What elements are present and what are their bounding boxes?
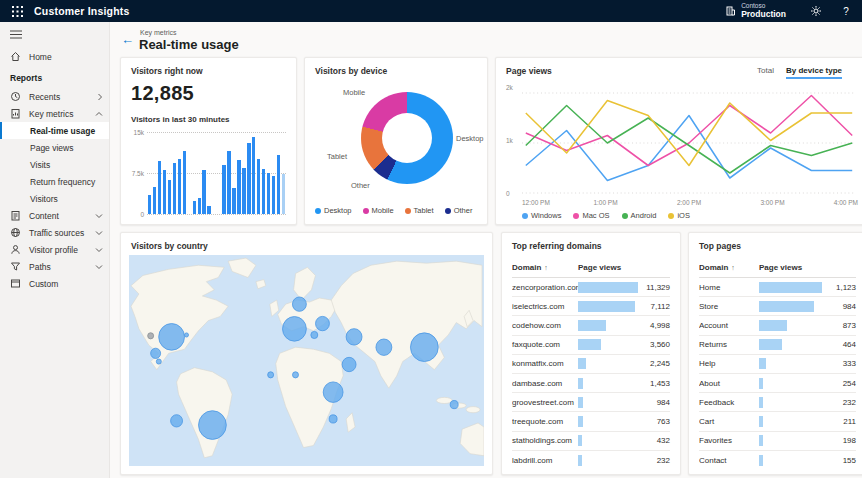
environment-picker[interactable]: Contoso Production <box>725 3 786 19</box>
map-bubble-us-northeast <box>185 333 189 337</box>
row-bar-cell <box>578 282 638 293</box>
value-bar <box>578 339 601 350</box>
column-header-domain[interactable]: Domain↑ <box>512 263 578 272</box>
table-row: treequote.com763 <box>512 412 670 431</box>
donut-slice-label-tablet: Tablet <box>327 152 347 161</box>
table-row: konmatfix.com2,245 <box>512 355 670 374</box>
row-page-views: 198 <box>822 436 856 445</box>
legend-dot <box>622 213 628 219</box>
chevron-down-icon <box>95 213 103 219</box>
table-row: Help333 <box>699 355 856 374</box>
sidebar-item-page-views[interactable]: Page views <box>0 139 109 156</box>
sidebar-item-label: Real-time usage <box>30 126 103 136</box>
x-axis-tick: 12:00 PM <box>522 199 550 206</box>
row-page-views: 984 <box>822 302 856 311</box>
sidebar-item-key-metrics[interactable]: Key metrics <box>0 105 109 122</box>
map-bubble-central-europe <box>283 317 307 342</box>
back-button[interactable]: ← <box>121 33 134 46</box>
bar <box>202 170 205 214</box>
sidebar-item-content[interactable]: Content <box>0 207 109 224</box>
legend-item-mac-os: Mac OS <box>573 211 609 220</box>
map-bubble-turkey <box>346 329 362 345</box>
table-row: Home1,123 <box>699 278 856 297</box>
row-bar-cell <box>578 301 638 312</box>
value-bar <box>759 301 814 312</box>
row-page-views: 2,245 <box>638 359 670 368</box>
sidebar-item-real-time-usage[interactable]: Real-time usage <box>0 122 109 139</box>
bar <box>163 170 166 214</box>
y-axis-tick: 0 <box>131 211 144 218</box>
visitors-right-now-card: Visitors right now 12,885 Visitors in la… <box>120 57 297 225</box>
table-row: Returns464 <box>699 336 856 355</box>
table-row: statholdings.com432 <box>512 432 670 451</box>
value-bar <box>578 320 606 331</box>
sidebar-item-return-frequency[interactable]: Return frequency <box>0 173 109 190</box>
card-title: Top pages <box>699 241 856 251</box>
row-domain: iselectrics.com <box>512 302 578 311</box>
row-page-views: 155 <box>822 456 856 465</box>
clock-icon <box>10 91 21 102</box>
sidebar-item-label: Visits <box>30 160 103 170</box>
legend-item-other: Other <box>445 206 473 215</box>
sidebar-item-label: Content <box>29 211 95 221</box>
row-domain: Account <box>699 321 759 330</box>
map-bubble-east-africa <box>323 382 343 402</box>
tab-by-device-type[interactable]: By device type <box>786 66 842 79</box>
table-row: codehow.com4,998 <box>512 316 670 335</box>
table-row: Cart211 <box>699 412 856 431</box>
chevron-down-icon <box>95 247 103 253</box>
chart-tabs: TotalBy device type <box>757 66 842 79</box>
visitors-count: 12,885 <box>131 82 286 105</box>
bar <box>277 155 280 214</box>
column-header-domain[interactable]: Domain↑ <box>699 263 759 272</box>
page-views-card: Page views TotalBy device type 2k1k0 12:… <box>495 57 862 225</box>
sidebar-item-visitors[interactable]: Visitors <box>0 190 109 207</box>
sidebar-item-recents[interactable]: Recents <box>0 88 109 105</box>
sidebar-item-visitor-profile[interactable]: Visitor profile <box>0 241 109 258</box>
row-domain: zencorporation.com <box>512 283 578 292</box>
row-page-views: 333 <box>822 359 856 368</box>
waffle-icon[interactable] <box>8 3 26 19</box>
value-bar <box>578 455 582 466</box>
table-row: faxquote.com3,560 <box>512 336 670 355</box>
help-button[interactable]: ? <box>838 3 854 19</box>
column-header-page-views[interactable]: Page views <box>578 263 638 272</box>
map-bubble-balkans <box>311 331 318 338</box>
sidebar-item-custom[interactable]: Custom <box>0 275 109 292</box>
bar <box>178 159 181 214</box>
y-axis-tick: 15k <box>131 129 144 136</box>
sidebar: HomeReportsRecentsKey metricsReal-time u… <box>0 22 110 478</box>
sidebar-item-label: Key metrics <box>29 109 95 119</box>
sidebar-item-home[interactable]: Home <box>0 48 109 65</box>
legend-label: Desktop <box>324 206 352 215</box>
value-bar <box>759 320 787 331</box>
world-bubble-map <box>129 255 484 466</box>
legend-dot <box>668 213 674 219</box>
settings-button[interactable] <box>808 3 824 19</box>
row-bar-cell <box>759 301 822 312</box>
column-header-page-views[interactable]: Page views <box>759 263 822 272</box>
chart-subtitle: Visitors in last 30 minutes <box>131 115 286 124</box>
sidebar-item-visits[interactable]: Visits <box>0 156 109 173</box>
legend-dot <box>573 213 579 219</box>
legend-item-desktop: Desktop <box>315 206 352 215</box>
sidebar-item-traffic-sources[interactable]: Traffic sources <box>0 224 109 241</box>
content-icon <box>10 210 21 221</box>
tab-total[interactable]: Total <box>757 66 774 79</box>
hamburger-menu-button[interactable] <box>0 22 109 45</box>
table-row: Account873 <box>699 316 856 335</box>
building-icon <box>725 5 736 16</box>
donut-slice-label-other: Other <box>351 181 370 190</box>
sidebar-item-paths[interactable]: Paths <box>0 258 109 275</box>
series-ios <box>526 101 852 166</box>
y-axis-tick: 7.5k <box>131 170 144 177</box>
bar <box>207 206 210 214</box>
map-bubble-scandinavia <box>292 297 306 311</box>
row-bar-cell <box>759 320 822 331</box>
row-page-views: 211 <box>822 417 856 426</box>
row-bar-cell <box>578 378 638 389</box>
donut-slice-label-desktop: Desktop <box>456 134 484 143</box>
row-bar-cell <box>578 416 638 427</box>
bar <box>252 137 255 214</box>
legend-item-windows: Windows <box>522 211 561 220</box>
